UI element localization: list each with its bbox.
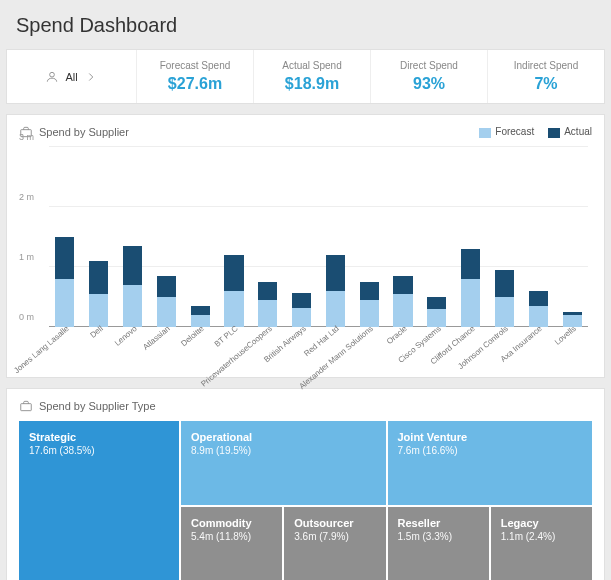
treemap-cell-operational[interactable]: Operational 8.9m (19.5%) (181, 421, 386, 505)
bar-column[interactable]: Cisco Systems (421, 147, 453, 327)
bar-actual (292, 293, 311, 308)
legend-actual: Actual (548, 126, 592, 137)
page-title: Spend Dashboard (6, 6, 605, 49)
kpi-label: Direct Spend (375, 60, 483, 71)
stacked-bar (393, 276, 412, 327)
legend-actual-label: Actual (564, 126, 592, 137)
y-tick: 3 m (19, 132, 34, 142)
kpi-value: $27.6m (141, 75, 249, 93)
stacked-bar (157, 276, 176, 327)
y-tick: 0 m (19, 312, 34, 322)
bar-column[interactable]: Jones Lang Lasalle (49, 147, 81, 327)
panel-title: Spend by Supplier (39, 126, 129, 138)
bar-actual (55, 237, 74, 279)
bar-forecast (461, 279, 480, 327)
bar-actual (326, 255, 345, 291)
stacked-bar (461, 249, 480, 327)
x-label: Atlassian (141, 324, 172, 352)
treemap-cell-outsourcer[interactable]: Outsourcer 3.6m (7.9%) (284, 507, 385, 580)
x-label: Oracle (385, 324, 409, 346)
panel-header: Spend by Supplier Type (19, 399, 592, 413)
bar-forecast (360, 300, 379, 327)
kpi-label: Forecast Spend (141, 60, 249, 71)
stacked-bar (495, 270, 514, 327)
treemap-cell-strategic[interactable]: Strategic 17.6m (38.5%) (19, 421, 179, 580)
treemap-value: 1.5m (3.3%) (398, 531, 479, 542)
bar-actual (191, 306, 210, 315)
spend-by-supplier-panel: Spend by Supplier Forecast Actual 0 m1 m… (6, 114, 605, 378)
bar-forecast (326, 291, 345, 327)
treemap-name: Legacy (501, 517, 582, 529)
bar-actual (123, 246, 142, 285)
bar-column[interactable]: Red Hat Ltd (320, 147, 352, 327)
bar-forecast (123, 285, 142, 327)
panel-title: Spend by Supplier Type (39, 400, 156, 412)
stacked-bar (258, 282, 277, 327)
kpi-label: Actual Spend (258, 60, 366, 71)
bar-column[interactable]: BT PLC (218, 147, 250, 327)
bar-column[interactable]: Axa Insurance (522, 147, 554, 327)
treemap-name: Commodity (191, 517, 272, 529)
bar-forecast (157, 297, 176, 327)
bar-column[interactable]: Deloitte (184, 147, 216, 327)
treemap-name: Outsourcer (294, 517, 375, 529)
bar-actual (461, 249, 480, 279)
stacked-bar (529, 291, 548, 327)
treemap-cell-legacy[interactable]: Legacy 1.1m (2.4%) (491, 507, 592, 580)
bar-column[interactable]: British Airways (286, 147, 318, 327)
treemap-cell-joint-venture[interactable]: Joint Venture 7.6m (16.6%) (388, 421, 593, 505)
treemap-name: Operational (191, 431, 376, 443)
stacked-bar (123, 246, 142, 327)
kpi-forecast-spend: Forecast Spend $27.6m (137, 50, 253, 103)
panel-header: Spend by Supplier Forecast Actual (19, 125, 592, 139)
treemap-value: 17.6m (38.5%) (29, 445, 169, 456)
legend-forecast: Forecast (479, 126, 534, 137)
bar-chart: 0 m1 m2 m3 mJones Lang LasalleDellLenovo… (19, 147, 592, 367)
bar-column[interactable]: Clifford Chance (455, 147, 487, 327)
bar-forecast (55, 279, 74, 327)
x-label: Jones Lang Lasalle (12, 324, 71, 375)
treemap: Strategic 17.6m (38.5%) Operational 8.9m… (19, 421, 592, 580)
kpi-label: Indirect Spend (492, 60, 600, 71)
swatch-forecast (479, 128, 491, 138)
svg-point-0 (50, 72, 55, 77)
stacked-bar (224, 255, 243, 327)
chevron-right-icon (84, 70, 98, 84)
filter-all[interactable]: All (7, 50, 137, 103)
user-icon (45, 70, 59, 84)
bars-container: Jones Lang LasalleDellLenovoAtlassianDel… (49, 147, 588, 327)
spend-by-supplier-type-panel: Spend by Supplier Type Strategic 17.6m (… (6, 388, 605, 580)
bar-column[interactable]: Johnson Controls (489, 147, 521, 327)
x-label: BT PLC (213, 324, 240, 349)
bar-actual (427, 297, 446, 309)
bar-column[interactable]: Oracle (387, 147, 419, 327)
bar-column[interactable]: Alexander Mann Solutions (353, 147, 385, 327)
treemap-name: Joint Venture (398, 431, 583, 443)
treemap-cell-commodity[interactable]: Commodity 5.4m (11.8%) (181, 507, 282, 580)
treemap-value: 5.4m (11.8%) (191, 531, 272, 542)
stacked-bar (292, 293, 311, 327)
stacked-bar (89, 261, 108, 327)
bar-column[interactable]: Atlassian (150, 147, 182, 327)
chart-legend: Forecast Actual (479, 126, 592, 137)
treemap-value: 1.1m (2.4%) (501, 531, 582, 542)
bar-forecast (495, 297, 514, 327)
treemap-cell-reseller[interactable]: Reseller 1.5m (3.3%) (388, 507, 489, 580)
bar-column[interactable]: PricewaterhouseCoopers (252, 147, 284, 327)
treemap-name: Reseller (398, 517, 479, 529)
stacked-bar (326, 255, 345, 327)
bar-column[interactable]: Dell (83, 147, 115, 327)
treemap-value: 8.9m (19.5%) (191, 445, 376, 456)
y-tick: 1 m (19, 252, 34, 262)
bar-actual (224, 255, 243, 291)
bar-actual (258, 282, 277, 300)
treemap-value: 3.6m (7.9%) (294, 531, 375, 542)
bar-column[interactable]: Lenovo (117, 147, 149, 327)
svg-rect-2 (21, 404, 32, 411)
stacked-bar (55, 237, 74, 327)
stacked-bar (360, 282, 379, 327)
x-label: Lovells (553, 324, 578, 347)
kpi-indirect-spend: Indirect Spend 7% (487, 50, 604, 103)
treemap-name: Strategic (29, 431, 169, 443)
bar-column[interactable]: Lovells (556, 147, 588, 327)
